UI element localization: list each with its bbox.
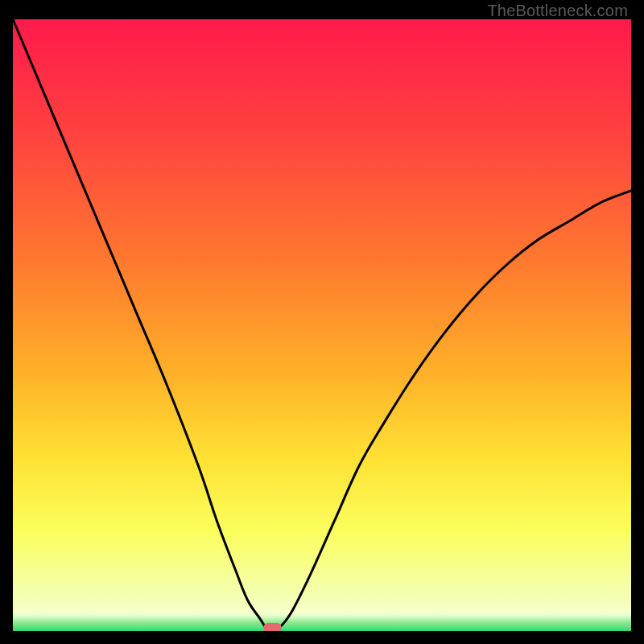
bottleneck-chart [13, 19, 631, 631]
optimal-band [13, 609, 631, 631]
watermark-text: TheBottleneck.com [487, 2, 628, 20]
gradient-background [13, 19, 631, 631]
chart-frame [13, 19, 631, 631]
optimal-marker [264, 623, 282, 631]
